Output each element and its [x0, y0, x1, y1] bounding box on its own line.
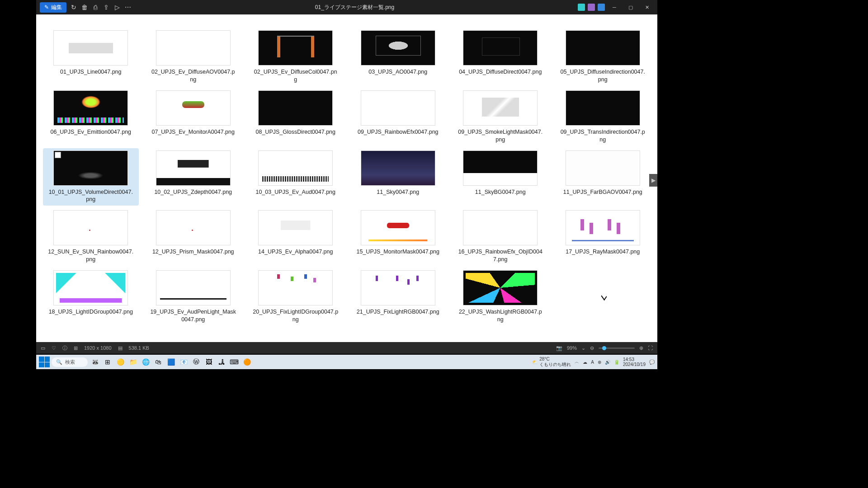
rotate-icon[interactable]: ↻ [70, 4, 77, 11]
next-arrow[interactable]: ▶ [649, 174, 657, 187]
taskbar-terminal[interactable]: ⌨ [229, 357, 240, 367]
file-item[interactable]: 16_UPJS_RainbowEfx_ObjID0047.png [453, 208, 548, 266]
search-placeholder: 検索 [65, 359, 75, 366]
file-item[interactable]: 11_UPJS_FarBGAOV0047.png [555, 148, 651, 206]
more-icon[interactable]: ⋯ [124, 4, 132, 11]
taskbar-outlook[interactable]: 📧 [178, 357, 189, 367]
file-name: 05_UPJS_DiffuseIndirection0047.png [560, 68, 646, 84]
file-item[interactable]: 01_UPJS_Line0047.png [43, 28, 139, 86]
weather-widget[interactable]: ⛅ 28°C くもりのち晴れ [532, 357, 571, 368]
file-item[interactable]: 09_UPJS_TransIndirection0047.png [555, 88, 651, 146]
tray-chevron-icon[interactable]: ︿ [575, 359, 579, 365]
tray-input-icon[interactable]: ⊕ [598, 360, 601, 365]
minimize-button[interactable]: ─ [608, 2, 621, 13]
slideshow-icon[interactable]: ▷ [113, 4, 121, 11]
file-item[interactable]: 05_UPJS_DiffuseIndirection0047.png [555, 28, 651, 86]
maximize-button[interactable]: ▢ [624, 2, 637, 13]
zoom-in-icon[interactable]: ⊕ [639, 345, 643, 351]
titlebar-right: ─ ▢ ✕ [578, 2, 654, 13]
file-thumbnail [361, 150, 435, 186]
file-item[interactable]: 12_UPJS_Prism_Mask0047.png [146, 208, 241, 266]
taskbar-edge[interactable]: 🌐 [140, 357, 151, 367]
app-badge-1[interactable] [578, 4, 585, 11]
file-item[interactable]: 07_UPJS_Ev_MonitorA0047.png [146, 88, 241, 146]
statusbar-right: 📷 99% ⌄ ⊖ ⊕ ⛶ [556, 345, 653, 351]
file-item[interactable]: 21_UPJS_FixLightRGB0047.png [350, 268, 446, 326]
file-item[interactable]: 15_UPJS_MonitorMask0047.png [350, 208, 446, 266]
file-name: 07_UPJS_Ev_MonitorA0047.png [152, 128, 235, 136]
file-name: 16_UPJS_RainbowEfx_ObjID0047.png [458, 248, 543, 263]
file-item[interactable]: 10_03_UPJS_Ev_Aud0047.png [248, 148, 344, 206]
file-name: 10_03_UPJS_Ev_Aud0047.png [255, 188, 335, 196]
camera-icon[interactable]: 📷 [556, 345, 562, 351]
file-thumbnail [463, 270, 538, 305]
file-thumbnail [566, 210, 640, 245]
file-item[interactable]: 18_UPJS_LightIDGroup0047.png [43, 268, 139, 326]
tray-ime-icon[interactable]: A [591, 360, 594, 365]
filmstrip-icon[interactable]: ▭ [41, 345, 45, 351]
file-item[interactable]: 10_02_UPJS_Zdepth0047.png [146, 148, 241, 206]
file-item[interactable]: 22_UPJS_WashLightRGB0047.png [453, 268, 548, 326]
delete-icon[interactable]: 🗑 [81, 4, 88, 11]
file-item[interactable]: 19_UPJS_Ev_AudPenLight_Mask0047.png [146, 268, 241, 326]
file-name: 04_UPJS_DiffuseDirect0047.png [459, 68, 542, 76]
file-item[interactable]: 03_UPJS_AO0047.png [350, 28, 446, 86]
file-name: 12_SUN_Ev_SUN_Rainbow0047.png [48, 248, 134, 263]
file-name: 09_UPJS_SmokeLightMask0047.png [458, 128, 543, 144]
tray-notifications-icon[interactable]: 💬 [649, 360, 655, 365]
fullscreen-icon[interactable]: ⛶ [648, 345, 653, 351]
file-item[interactable]: 11_SkyBG0047.png [453, 148, 548, 206]
taskbar-app-2[interactable]: 🟦 [165, 357, 176, 367]
file-item[interactable]: 02_UPJS_Ev_DiffuseAOV0047.png [146, 28, 241, 86]
file-item[interactable]: 08_UPJS_GlossDirect0047.png [248, 88, 344, 146]
statusbar: ▭ ♡ ⓘ ⊞ 868 x 488 ▤ 538.1 KB 📷 99% ⌄ ⊖… [36, 342, 657, 354]
file-item[interactable]: 11_Sky0047.png [350, 148, 446, 206]
share-icon[interactable]: ⇪ [103, 4, 110, 11]
file-name: 11_SkyBG0047.png [475, 188, 526, 196]
file-item[interactable]: 09_UPJS_RainbowEfx0047.png [350, 88, 446, 146]
favorite-icon[interactable]: ♡ [52, 345, 56, 351]
file-item[interactable]: 02_UPJS_Ev_DiffuseCol0047.png [248, 28, 344, 86]
file-thumbnail [53, 270, 128, 305]
file-item[interactable]: 17_UPJS_RayMask0047.png [555, 208, 651, 266]
info-icon[interactable]: ⓘ [62, 345, 67, 352]
file-item[interactable]: 10_01_UPJS_VolumeDirect0047.png [43, 148, 139, 206]
taskbar-app-3[interactable]: Ⓦ [191, 357, 202, 367]
filesize-icon: ▤ [118, 345, 123, 351]
file-item[interactable]: 09_UPJS_SmokeLightMask0047.png [453, 88, 548, 146]
zoom-dropdown-icon[interactable]: ⌄ [581, 345, 585, 351]
zoom-out-icon[interactable]: ⊖ [590, 345, 594, 351]
tray-clock[interactable]: 14:53 2024/10/19 [623, 357, 646, 367]
taskbar-store[interactable]: 🛍 [153, 357, 164, 367]
tray-battery-icon[interactable]: 🔋 [614, 360, 619, 365]
file-name: 09_UPJS_RainbowEfx0047.png [358, 128, 439, 136]
app-badge-3[interactable] [598, 4, 605, 11]
file-thumbnail [156, 150, 231, 186]
taskbar-task-view[interactable]: ⊞ [102, 357, 113, 367]
edit-button[interactable]: ✎ 編集 [40, 2, 66, 13]
tray-onedrive-icon[interactable]: ☁ [583, 360, 587, 365]
taskbar-copilot[interactable]: 🟡 [115, 357, 126, 367]
file-thumbnail [463, 210, 538, 245]
taskbar-blender[interactable]: 🟠 [241, 357, 252, 367]
zoom-slider[interactable] [599, 347, 635, 349]
taskbar-explorer[interactable]: 📁 [127, 357, 138, 367]
taskbar-app-1[interactable]: 🦝 [90, 357, 100, 367]
taskbar-photos[interactable]: 🏞 [216, 357, 227, 367]
start-button[interactable] [39, 357, 50, 367]
weather-temp: 28°C [539, 357, 571, 361]
gallery-content[interactable]: 01_UPJS_Line0047.png02_UPJS_Ev_DiffuseAO… [36, 14, 657, 342]
file-item[interactable]: 20_UPJS_FixLightIDGroup0047.png [248, 268, 344, 326]
file-item[interactable]: 06_UPJS_Ev_Emittion0047.png [43, 88, 139, 146]
taskbar-search[interactable]: 🔍 検索 [52, 357, 88, 367]
file-item[interactable]: 12_SUN_Ev_SUN_Rainbow0047.png [43, 208, 139, 266]
app-badge-2[interactable] [588, 4, 595, 11]
tray-network-icon[interactable]: 🔊 [605, 360, 610, 365]
file-item[interactable]: 14_UPJS_Ev_Alpha0047.png [248, 208, 344, 266]
taskbar-app-4[interactable]: 🖼 [203, 357, 214, 367]
close-button[interactable]: ✕ [640, 2, 654, 13]
file-thumbnail [258, 210, 333, 245]
file-item[interactable]: 04_UPJS_DiffuseDirect0047.png [453, 28, 548, 86]
print-icon[interactable]: ⎙ [92, 4, 99, 11]
file-thumbnail [361, 210, 435, 245]
